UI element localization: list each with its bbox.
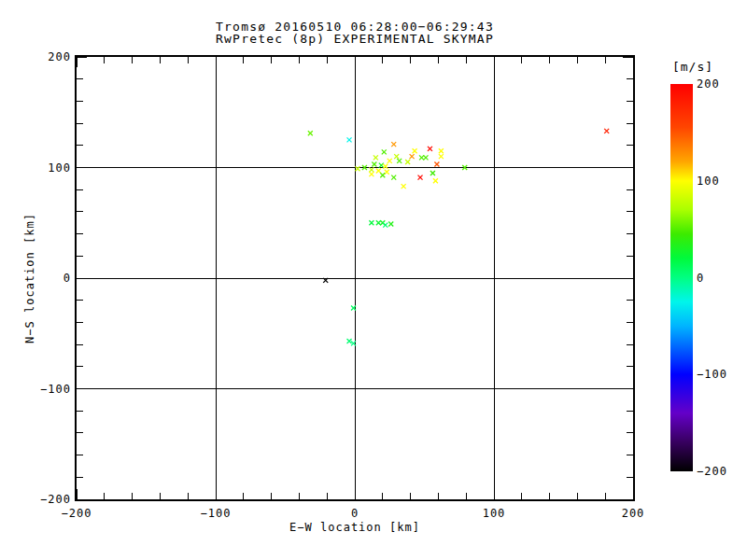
data-point-marker: [347, 137, 352, 142]
y-tick-label: 100: [28, 161, 71, 175]
data-point-marker: [388, 159, 392, 163]
chart-subtitle: RwPretec (8p) EXPERIMENTAL SKYMAP: [77, 32, 633, 46]
data-point-marker: [323, 278, 328, 283]
scatter-points: [77, 57, 633, 499]
colorbar-unit-label: [m/s]: [663, 60, 723, 74]
colorbar-tick-label: 200: [697, 77, 720, 91]
data-point-marker: [405, 160, 410, 164]
data-point-marker: [410, 154, 415, 159]
y-tick-label: 200: [28, 50, 71, 63]
y-tick-label: −100: [28, 383, 71, 396]
data-point-marker: [394, 154, 399, 159]
data-point-marker: [430, 171, 435, 175]
data-point-marker: [379, 163, 384, 168]
data-point-marker: [374, 155, 378, 160]
data-point-marker: [347, 339, 352, 343]
data-point-marker: [351, 305, 356, 310]
colorbar: [m/s] 2001000−100−200: [670, 84, 693, 471]
y-tick-label: −200: [28, 493, 71, 506]
colorbar-tick-label: 0: [697, 272, 704, 285]
data-point-marker: [376, 169, 381, 174]
x-tick-label: 0: [327, 507, 383, 520]
data-point-marker: [462, 165, 467, 170]
data-point-marker: [383, 164, 388, 169]
data-point-marker: [413, 148, 417, 153]
x-tick-label: −100: [188, 507, 244, 520]
data-point-marker: [369, 167, 374, 172]
data-point-marker: [433, 178, 438, 183]
data-point-marker: [388, 221, 393, 226]
colorbar-tick-label: −100: [697, 368, 727, 381]
data-point-marker: [308, 131, 313, 135]
data-point-marker: [402, 184, 406, 189]
data-point-marker: [355, 166, 359, 171]
data-point-marker: [391, 142, 396, 147]
colorbar-gradient: [670, 84, 693, 471]
skymap-figure: Tromsø 20160510 06:28:00−06:29:43 RwPret…: [0, 0, 747, 560]
x-tick-label: −200: [49, 507, 105, 520]
colorbar-tick-label: −200: [697, 465, 727, 478]
data-point-marker: [369, 172, 374, 176]
data-point-marker: [362, 165, 367, 170]
data-point-marker: [439, 154, 444, 159]
data-point-marker: [604, 129, 609, 133]
data-point-marker: [391, 175, 396, 180]
x-tick-label: 200: [605, 507, 661, 520]
data-point-marker: [369, 220, 374, 225]
data-point-marker: [380, 173, 385, 177]
data-point-marker: [383, 223, 388, 228]
data-point-marker: [428, 147, 432, 151]
data-point-marker: [439, 148, 444, 153]
data-point-marker: [382, 149, 387, 154]
data-point-marker: [372, 161, 376, 166]
data-point-marker: [376, 220, 381, 225]
data-point-marker: [397, 159, 402, 163]
data-point-marker: [423, 155, 428, 160]
data-point-marker: [419, 155, 424, 160]
data-point-marker: [434, 161, 439, 166]
colorbar-tick-label: 100: [697, 175, 720, 188]
x-axis-label: E−W location [km]: [77, 521, 633, 534]
y-tick-label: 0: [28, 272, 71, 285]
data-point-marker: [418, 175, 423, 180]
plot-area: [75, 55, 635, 501]
x-tick-label: 100: [466, 507, 522, 520]
data-point-marker: [351, 341, 356, 345]
